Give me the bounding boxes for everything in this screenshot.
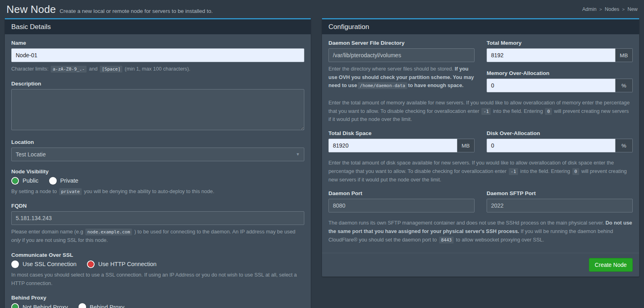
behind-proxy-label: Behind Proxy	[11, 295, 304, 301]
breadcrumb: Admin > Nodes > New	[582, 3, 638, 12]
disk-over-allocation-label: Disk Over-Allocation	[487, 130, 633, 136]
total-disk-input[interactable]	[328, 139, 457, 152]
fqdn-help: Please enter domain name (e.g node.examp…	[11, 228, 304, 244]
total-disk-label: Total Disk Space	[328, 130, 475, 136]
disk-help: Enter the total amount of disk space ava…	[328, 159, 633, 184]
page-title: New Node	[6, 3, 56, 16]
daemon-sftp-port-label: Daemon SFTP Port	[487, 190, 633, 196]
radio-unselected-icon[interactable]	[11, 260, 19, 268]
disk-over-allocation-unit: %	[615, 139, 633, 152]
page-subtitle: Create a new local or remote node for se…	[60, 8, 213, 14]
radio-behind-proxy[interactable]: Behind Proxy	[78, 303, 124, 308]
daemon-directory-input[interactable]	[328, 48, 475, 62]
breadcrumb-nodes[interactable]: Nodes	[605, 6, 619, 12]
location-select[interactable]: Test Locatie ▼	[11, 148, 304, 161]
configuration-panel-footer: Create Node	[322, 253, 639, 277]
radio-selected-icon[interactable]	[87, 260, 95, 268]
daemon-directory-label: Daemon Server File Directory	[328, 40, 475, 46]
memory-over-allocation-unit: %	[615, 79, 633, 92]
daemon-port-label: Daemon Port	[328, 190, 475, 196]
total-disk-unit: MB	[457, 139, 475, 152]
daemon-sftp-port-input[interactable]	[487, 199, 633, 212]
location-label: Location	[11, 139, 304, 145]
ports-help: The daemon runs its own SFTP management …	[328, 219, 633, 244]
ssl-help: In most cases you should select to use a…	[11, 271, 304, 287]
configuration-panel-title: Configuration	[322, 19, 639, 34]
create-node-button[interactable]: Create Node	[589, 258, 633, 272]
node-visibility-help: By setting a node to private you will be…	[11, 187, 304, 196]
radio-use-http[interactable]: Use HTTP Connection	[87, 260, 157, 268]
radio-unselected-icon[interactable]	[49, 177, 57, 185]
location-selected-value: Test Locatie	[16, 151, 46, 158]
radio-private[interactable]: Private	[49, 177, 78, 185]
total-memory-input[interactable]	[487, 48, 615, 62]
ssl-label: Communicate Over SSL	[11, 252, 304, 258]
basic-details-panel-title: Basic Details	[5, 19, 311, 34]
radio-selected-icon[interactable]	[11, 303, 19, 308]
page-header: New Node Create a new local or remote no…	[0, 0, 644, 18]
chevron-down-icon: ▼	[296, 152, 300, 156]
breadcrumb-separator: >	[622, 7, 625, 12]
memory-over-allocation-label: Memory Over-Allocation	[487, 70, 633, 76]
breadcrumb-new: New	[627, 6, 638, 12]
daemon-directory-help: Enter the directory where server files s…	[328, 65, 475, 90]
node-visibility-label: Node Visibility	[11, 169, 304, 175]
description-label: Description	[11, 81, 304, 87]
breadcrumb-separator: >	[599, 7, 602, 12]
memory-over-allocation-input[interactable]	[487, 79, 615, 92]
basic-details-panel: Basic Details Name Character limits: a-z…	[5, 18, 311, 308]
daemon-port-input[interactable]	[328, 199, 475, 212]
radio-use-ssl[interactable]: Use SSL Connection	[11, 260, 76, 268]
fqdn-label: FQDN	[11, 203, 304, 209]
name-label: Name	[11, 40, 304, 46]
radio-selected-icon[interactable]	[11, 177, 19, 185]
fqdn-input[interactable]	[11, 211, 304, 225]
name-help: Character limits: a-zA-Z0-9_.- and [Spac…	[11, 65, 304, 73]
total-memory-unit: MB	[615, 48, 633, 62]
name-input[interactable]	[11, 48, 304, 62]
radio-public[interactable]: Public	[11, 177, 39, 185]
configuration-panel: Configuration Daemon Server File Directo…	[322, 18, 639, 277]
radio-unselected-icon[interactable]	[78, 303, 86, 308]
total-memory-label: Total Memory	[487, 40, 633, 46]
description-textarea[interactable]	[11, 89, 304, 130]
breadcrumb-admin[interactable]: Admin	[582, 6, 597, 12]
radio-not-behind-proxy[interactable]: Not Behind Proxy	[11, 303, 68, 308]
memory-help: Enter the total amount of memory availab…	[328, 99, 633, 124]
disk-over-allocation-input[interactable]	[487, 139, 615, 152]
